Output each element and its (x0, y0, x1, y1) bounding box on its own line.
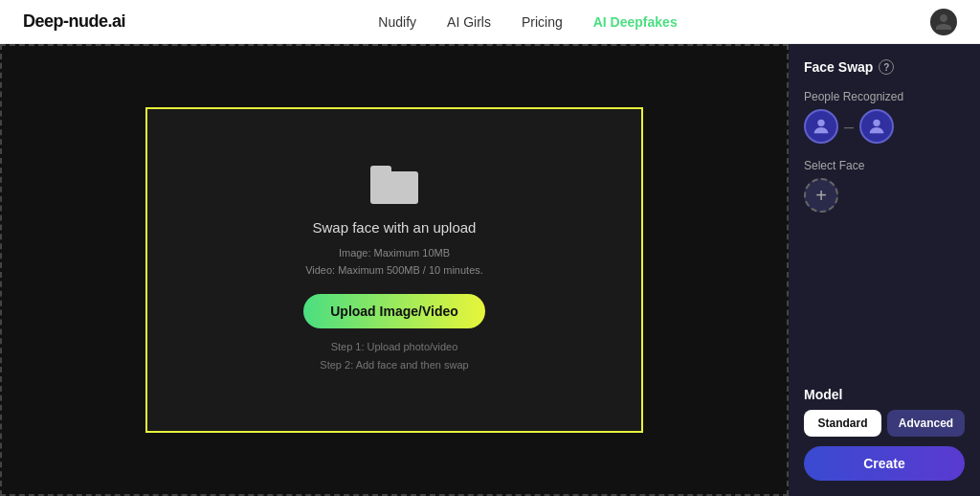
upload-title: Swap face with an upload (313, 219, 477, 236)
nav-item-pricing[interactable]: Pricing (522, 14, 563, 30)
svg-point-0 (817, 120, 824, 126)
upload-button[interactable]: Upload Image/Video (303, 294, 485, 328)
nav: Nudify AI Girls Pricing AI Deepfakes (378, 14, 677, 30)
nav-item-ai-deepfakes[interactable]: AI Deepfakes (593, 14, 678, 30)
header: Deep-nude.ai Nudify AI Girls Pricing AI … (0, 0, 980, 44)
nav-item-nudify[interactable]: Nudify (378, 14, 416, 30)
model-buttons: Standard Advanced (804, 410, 965, 437)
header-right (930, 9, 957, 35)
svg-point-1 (873, 120, 880, 126)
add-face-button[interactable]: + (804, 178, 838, 213)
face-swap-title: Face Swap ? (804, 59, 965, 75)
select-face-label: Select Face (804, 159, 965, 172)
model-advanced-button[interactable]: Advanced (887, 410, 965, 437)
face-swap-section: Face Swap ? (804, 59, 965, 75)
spacer (804, 228, 965, 372)
logo: Deep-nude.ai (23, 11, 125, 32)
create-button[interactable]: Create (804, 446, 965, 481)
sidebar: Face Swap ? People Recognized – Select F… (789, 44, 980, 496)
people-recognized-section: People Recognized – (804, 90, 965, 144)
content-area: Swap face with an upload Image: Maximum … (0, 44, 789, 496)
upload-limits: Image: Maximum 10MB Video: Maximum 500MB… (305, 245, 483, 279)
face-circle-right[interactable] (859, 109, 894, 144)
upload-box[interactable]: Swap face with an upload Image: Maximum … (145, 107, 643, 433)
toggle-dash: – (844, 117, 854, 137)
face-toggle-row: – (804, 109, 965, 144)
face-circle-left[interactable] (804, 109, 838, 144)
model-section: Model Standard Advanced Create (804, 387, 965, 481)
main: Swap face with an upload Image: Maximum … (0, 44, 980, 496)
upload-steps: Step 1: Upload photo/video Step 2: Add f… (320, 338, 468, 373)
people-recognized-label: People Recognized (804, 90, 965, 103)
select-face-section: Select Face + (804, 159, 965, 213)
model-label: Model (804, 387, 965, 402)
folder-icon (370, 166, 418, 204)
help-badge[interactable]: ? (879, 59, 894, 75)
model-standard-button[interactable]: Standard (804, 410, 881, 437)
account-icon[interactable] (930, 9, 957, 35)
nav-item-ai-girls[interactable]: AI Girls (447, 14, 491, 30)
